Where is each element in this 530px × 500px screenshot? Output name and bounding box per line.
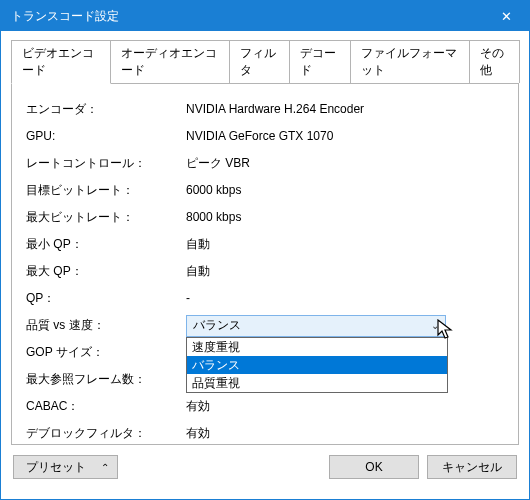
dropdown-option-balance[interactable]: バランス — [187, 356, 447, 374]
close-icon: ✕ — [501, 9, 512, 24]
dropdown-option-quality[interactable]: 品質重視 — [187, 374, 447, 392]
value-gpu: NVIDIA GeForce GTX 1070 — [186, 123, 510, 150]
quality-vs-speed-combo[interactable]: バランス ⌄ 速度重視 バランス 品質重視 — [186, 315, 446, 337]
row-cabac[interactable]: CABAC： 有効 — [26, 393, 510, 420]
value-cabac: 有効 — [186, 393, 510, 420]
row-encoder[interactable]: エンコーダ： NVIDIA Hardware H.264 Encoder — [26, 96, 510, 123]
label-encoder: エンコーダ： — [26, 96, 186, 123]
label-qp: QP： — [26, 285, 186, 312]
value-deblock: 有効 — [186, 420, 510, 444]
preset-button[interactable]: プリセット ⌃ — [13, 455, 118, 479]
value-target-bitrate: 6000 kbps — [186, 177, 510, 204]
row-deblock[interactable]: デブロックフィルタ： 有効 — [26, 420, 510, 444]
settings-list: エンコーダ： NVIDIA Hardware H.264 Encoder GPU… — [26, 96, 510, 444]
dropdown-option-speed[interactable]: 速度重視 — [187, 338, 447, 356]
row-max-bitrate[interactable]: 最大ビットレート： 8000 kbps — [26, 204, 510, 231]
tab-decode[interactable]: デコード — [289, 40, 350, 83]
tab-strip: ビデオエンコード オーディオエンコード フィルタ デコード ファイルフォーマット… — [11, 39, 519, 83]
cancel-button-label: キャンセル — [442, 459, 502, 476]
row-quality-vs-speed[interactable]: 品質 vs 速度： バランス ⌄ 速度重視 バランス 品質重視 — [26, 312, 510, 339]
value-rate-control: ピーク VBR — [186, 150, 510, 177]
transcode-settings-window: トランスコード設定 ✕ ビデオエンコード オーディオエンコード フィルタ デコー… — [0, 0, 530, 500]
ok-button[interactable]: OK — [329, 455, 419, 479]
row-max-qp[interactable]: 最大 QP： 自動 — [26, 258, 510, 285]
tab-video-encode[interactable]: ビデオエンコード — [11, 40, 111, 84]
row-target-bitrate[interactable]: 目標ビットレート： 6000 kbps — [26, 177, 510, 204]
label-max-qp: 最大 QP： — [26, 258, 186, 285]
cancel-button[interactable]: キャンセル — [427, 455, 517, 479]
row-min-qp[interactable]: 最小 QP： 自動 — [26, 231, 510, 258]
quality-vs-speed-selected: バランス — [193, 312, 241, 339]
label-min-qp: 最小 QP： — [26, 231, 186, 258]
quality-vs-speed-dropdown: 速度重視 バランス 品質重視 — [186, 337, 448, 393]
tab-file-format[interactable]: ファイルフォーマット — [350, 40, 470, 83]
value-min-qp: 自動 — [186, 231, 510, 258]
value-max-bitrate: 8000 kbps — [186, 204, 510, 231]
tab-audio-encode[interactable]: オーディオエンコード — [110, 40, 230, 83]
label-rate-control: レートコントロール： — [26, 150, 186, 177]
value-max-qp: 自動 — [186, 258, 510, 285]
value-qp: - — [186, 285, 510, 312]
ok-button-label: OK — [365, 460, 382, 474]
label-deblock: デブロックフィルタ： — [26, 420, 186, 444]
label-quality-vs-speed: 品質 vs 速度： — [26, 312, 186, 339]
row-qp[interactable]: QP： - — [26, 285, 510, 312]
tab-content: エンコーダ： NVIDIA Hardware H.264 Encoder GPU… — [11, 83, 519, 445]
label-max-bitrate: 最大ビットレート： — [26, 204, 186, 231]
window-title: トランスコード設定 — [11, 8, 483, 25]
button-bar: プリセット ⌃ OK キャンセル — [11, 445, 519, 489]
chevron-up-icon: ⌃ — [101, 462, 109, 473]
row-gpu[interactable]: GPU: NVIDIA GeForce GTX 1070 — [26, 123, 510, 150]
label-max-ref-frames: 最大参照フレーム数： — [26, 366, 186, 393]
row-rate-control[interactable]: レートコントロール： ピーク VBR — [26, 150, 510, 177]
label-target-bitrate: 目標ビットレート： — [26, 177, 186, 204]
value-encoder: NVIDIA Hardware H.264 Encoder — [186, 96, 510, 123]
tab-filter[interactable]: フィルタ — [229, 40, 290, 83]
label-cabac: CABAC： — [26, 393, 186, 420]
label-gop-size: GOP サイズ： — [26, 339, 186, 366]
label-gpu: GPU: — [26, 123, 186, 150]
client-area: ビデオエンコード オーディオエンコード フィルタ デコード ファイルフォーマット… — [1, 31, 529, 499]
tab-other[interactable]: その他 — [469, 40, 520, 83]
chevron-down-icon: ⌄ — [429, 320, 441, 332]
preset-button-label: プリセット — [26, 459, 86, 476]
titlebar[interactable]: トランスコード設定 ✕ — [1, 1, 529, 31]
close-button[interactable]: ✕ — [483, 1, 529, 31]
